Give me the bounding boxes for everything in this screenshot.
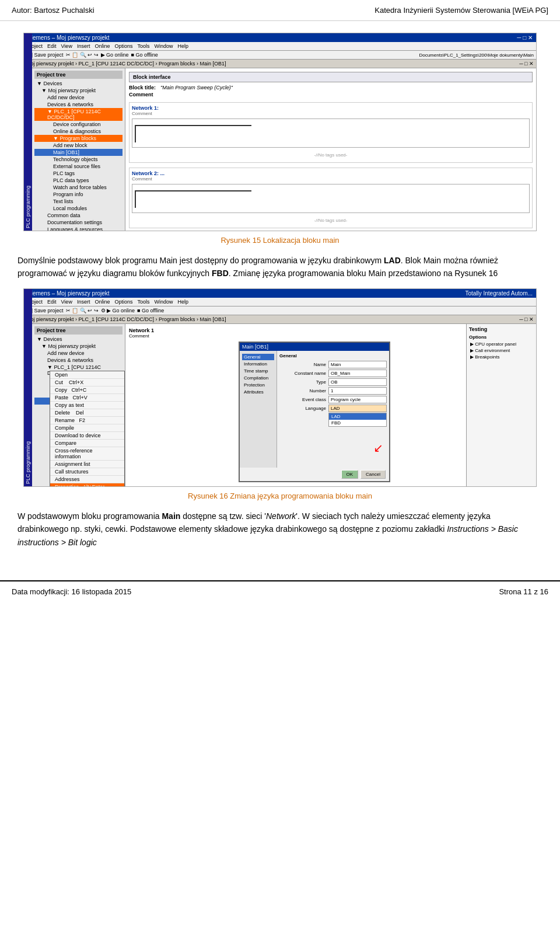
sim2-toolbar: 💾 Save project ✂ 📋 🔍 ↩ ↪ ⚙ ▶ Go online ■… — [24, 306, 536, 315]
paragraph1: Domyślnie podstawowy blok programu Main … — [18, 254, 542, 280]
footer-page: Strona 11 z 16 — [499, 587, 548, 596]
sim2-title: Siemens – Moj pierwszy projekt — [27, 290, 110, 297]
sim2-right-panel: Testing Options ▶ CPU operator panel ▶ C… — [466, 324, 536, 487]
sim2-main: Network 1 Comment Main [OB1] General Inf… — [125, 324, 466, 487]
sim2-menubar: Project Edit View Insert Online Options … — [24, 298, 536, 306]
lang-option-lad[interactable]: LAD — [329, 413, 386, 420]
sim1-title: Siemens – Moj pierwszy projekt — [27, 34, 110, 41]
figure2-caption: Rysunek 16 Zmiana języka programowania b… — [18, 492, 542, 500]
sim2-sidebar: Project tree ▼ Devices ▼ Moj pierwszy pr… — [32, 324, 125, 487]
sim2-brand: Totally Integrated Autom... — [465, 290, 533, 297]
author-text: Autor: Bartosz Puchalski — [12, 6, 94, 15]
p2-text1: W podstawowym bloku programowania — [18, 511, 162, 521]
p2-italic1: Network — [266, 511, 296, 521]
sim2-breadcrumb: Moj pierwszy projekt › PLC_1 [CPU 1214C … — [24, 315, 536, 324]
sim2-properties-dialog: Main [OB1] General Information Time stam… — [239, 342, 390, 482]
tree-item-devices: ▼ Devices — [34, 80, 123, 87]
sim2-titlebar: Siemens – Moj pierwszy projekt Totally I… — [24, 289, 536, 298]
figure1-screenshot: Siemens – Moj pierwszy projekt ─ □ ✕ Pro… — [23, 33, 537, 231]
option-breakpoints[interactable]: ▶ Breakpoints — [469, 354, 534, 360]
page-header: Autor: Bartosz Puchalski Katedra Inżynie… — [0, 0, 560, 21]
p1-text1: Domyślnie podstawowy blok programu Main … — [18, 256, 384, 265]
sim1-breadcrumb: Moj pierwszy projekt › PLC_1 [CPU 1214C … — [24, 60, 536, 68]
footer-date: Data modyfikacji: 16 listopada 2015 — [12, 587, 131, 596]
figure1-caption: Rysunek 15 Lokalizacja bloku main — [18, 236, 542, 245]
sim1-controls: ─ □ ✕ — [517, 34, 533, 41]
p1-bold2: FBD — [212, 269, 229, 278]
option-call-env[interactable]: ▶ Call environment — [469, 347, 534, 354]
plc-strip: PLC programming — [24, 33, 32, 231]
sim2-plc-strip: PLC programming — [24, 289, 32, 486]
sim1-toolbar: 💾 Save project ✂ 📋 🔍 ↩ ↪ ▶ Go online ■ G… — [24, 51, 536, 60]
p1-bold1: LAD — [384, 256, 401, 265]
sim1-titlebar: Siemens – Moj pierwszy projekt ─ □ ✕ — [24, 33, 536, 42]
sim1-network2: Network 2: ... Comment -//No tags used- — [129, 168, 533, 228]
dialog-ok-button[interactable]: OK — [341, 470, 359, 479]
page-footer: Data modyfikacji: 16 listopada 2015 Stro… — [0, 580, 560, 602]
page-content: Siemens – Moj pierwszy projekt ─ □ ✕ Pro… — [0, 21, 560, 569]
lang-option-fbd[interactable]: FBD — [329, 420, 386, 426]
dialog-type-input[interactable] — [328, 378, 387, 386]
institution-text: Katedra Inżynierii Systemów Sterowania [… — [374, 6, 548, 15]
dialog-name-input[interactable] — [328, 361, 387, 368]
option-cpu-operator[interactable]: ▶ CPU operator panel — [469, 341, 534, 347]
lang-dropdown: LAD FBD — [328, 413, 387, 427]
p2-text2: dostępne są tzw. sieci ' — [180, 511, 266, 521]
dialog-eventclass-input[interactable] — [328, 396, 387, 403]
sim1-sidebar: Project tree ▼ Devices ▼ Moj pierwszy pr… — [32, 68, 125, 231]
sim1-menubar: Project Edit View Insert Online Options … — [24, 42, 536, 51]
paragraph2: W podstawowym bloku programowania Main d… — [18, 510, 542, 549]
dialog-number-input[interactable] — [328, 387, 387, 395]
sim1-body: PLC programming Project tree ▼ Devices ▼… — [24, 68, 536, 231]
sim1-network1: Network 1: Comment -//No tags used- — [129, 102, 533, 163]
sim1-block-interface: Block interface — [129, 72, 533, 82]
dialog-cancel-button[interactable]: Cancel — [360, 470, 386, 479]
dialog-constname-input[interactable] — [328, 370, 387, 377]
sim2-context-menu: Open Cut Ctrl+X Copy Ctrl+C Paste Ctrl+V… — [50, 371, 125, 487]
red-arrow-indicator: ↗ — [373, 442, 383, 456]
sim1-sidebar-title: Project tree — [34, 71, 123, 79]
figure2-screenshot: Siemens – Moj pierwszy projekt Totally I… — [23, 288, 537, 487]
p2-bold1: Main — [162, 511, 180, 521]
p1-text3: . Zmianę języka programowania bloku Main… — [229, 269, 498, 278]
dialog-language-input[interactable] — [328, 405, 387, 412]
sim2-body: PLC programming Project tree ▼ Devices ▼… — [24, 324, 536, 487]
sim1-main: Block interface Block title: "Main Progr… — [125, 68, 536, 231]
